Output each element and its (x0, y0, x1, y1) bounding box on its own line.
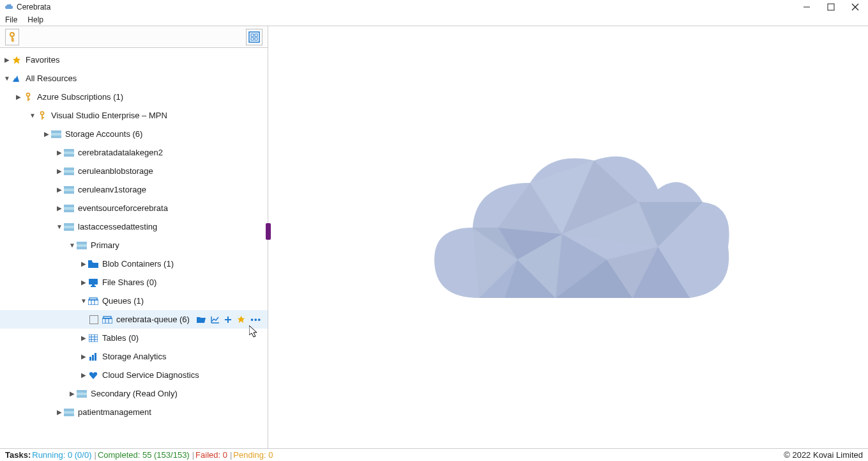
queue-icon (102, 315, 112, 325)
tree-label: ceruleanv1storage (78, 185, 146, 194)
svg-point-4 (10, 33, 14, 36)
resource-tree[interactable]: ▶ Favorites ▼ All Resources ▶ Azure Subs… (0, 48, 268, 448)
svg-rect-34 (64, 205, 74, 207)
svg-rect-36 (64, 210, 74, 212)
svg-rect-47 (88, 300, 98, 305)
svg-marker-13 (13, 56, 20, 64)
title-bar: Cerebrata (0, 0, 868, 14)
sidebar-toolbar (0, 26, 268, 48)
tree-node-cerebrata-queue[interactable]: cerebrata-queue (6) ••• (0, 310, 268, 329)
tree-label: cerebratadatalakegen2 (78, 148, 163, 157)
storage-icon (64, 185, 74, 195)
svg-rect-51 (102, 318, 112, 324)
chart-icon[interactable] (211, 316, 219, 324)
add-icon[interactable] (224, 316, 232, 324)
svg-rect-22 (51, 130, 61, 133)
favorite-icon[interactable] (237, 315, 245, 324)
storage-icon (64, 407, 74, 418)
tree-node-favorites[interactable]: ▶ Favorites (0, 51, 268, 69)
svg-rect-33 (64, 191, 74, 194)
tree-label: All Resources (26, 74, 77, 83)
tree-node-sa-cerulean-blob[interactable]: ▶ ceruleanblobstorage (0, 162, 268, 180)
svg-rect-29 (64, 170, 74, 173)
status-failed: Failed: 0 (195, 450, 227, 460)
svg-rect-27 (64, 154, 74, 157)
svg-rect-43 (88, 260, 92, 262)
tree-node-tables[interactable]: ▶ Tables (0) (0, 329, 268, 347)
storage-icon (64, 148, 74, 158)
minimize-button[interactable] (803, 3, 811, 11)
splitter-handle[interactable] (266, 223, 271, 240)
grid-icon (248, 31, 260, 43)
tree-label: Storage Analytics (102, 352, 166, 361)
tree-label: patientmanagement (78, 407, 151, 417)
tree-node-vs-enterprise[interactable]: ▼ Visual Studio Enterprise – MPN (0, 106, 268, 125)
tree-label: Tables (0) (102, 333, 139, 343)
tree-node-blob-containers[interactable]: ▶ Blob Containers (1) (0, 254, 268, 273)
status-tasks-label: Tasks (5, 450, 28, 460)
tree-label: Favorites (26, 55, 59, 65)
analytics-icon (88, 352, 98, 362)
svg-rect-37 (64, 223, 74, 226)
svg-rect-9 (251, 34, 254, 36)
svg-rect-11 (251, 38, 254, 40)
key-icon (9, 32, 15, 42)
svg-rect-25 (64, 149, 74, 152)
svg-rect-64 (92, 355, 94, 361)
tree-label: Azure Subscriptions (1) (37, 92, 123, 102)
tree-node-all-resources[interactable]: ▼ All Resources (0, 69, 268, 88)
svg-rect-38 (64, 226, 74, 228)
tree-node-storage-analytics[interactable]: ▶ Storage Analytics (0, 347, 268, 366)
storage-icon (77, 389, 87, 399)
azure-icon (11, 74, 22, 84)
tree-label: Storage Accounts (6) (65, 129, 142, 139)
maximize-button[interactable] (827, 3, 835, 11)
storage-icon (77, 240, 87, 251)
svg-rect-70 (64, 411, 74, 414)
monitor-icon (88, 277, 98, 288)
svg-rect-69 (64, 409, 74, 411)
tree-node-azure-subscriptions[interactable]: ▶ Azure Subscriptions (1) (0, 88, 268, 106)
svg-rect-71 (64, 414, 74, 416)
tree-label: Secondary (Read Only) (91, 389, 178, 398)
tree-node-sa-cerulean-v1[interactable]: ▶ ceruleanv1storage (0, 180, 268, 199)
svg-rect-10 (255, 34, 257, 36)
tree-label: eventsourceforcerebrata (78, 203, 168, 213)
checkbox[interactable] (89, 315, 98, 324)
tree-node-storage-accounts[interactable]: ▶ Storage Accounts (6) (0, 125, 268, 143)
svg-rect-40 (77, 242, 87, 244)
svg-rect-65 (95, 353, 96, 361)
menu-help[interactable]: Help (27, 15, 43, 24)
svg-rect-52 (103, 316, 111, 318)
status-pending: Pending: 0 (233, 450, 273, 460)
svg-rect-24 (51, 136, 61, 138)
more-icon[interactable]: ••• (250, 315, 261, 324)
status-copyright: © 2022 Kovai Limited (784, 450, 863, 460)
svg-rect-63 (89, 357, 91, 361)
svg-rect-44 (89, 279, 98, 285)
tree-node-primary[interactable]: ▼ Primary (0, 236, 268, 254)
svg-rect-67 (77, 393, 87, 395)
tree-node-sa-lastaccessed[interactable]: ▼ lastaccessedattesting (0, 217, 268, 236)
tree-label: File Shares (0) (102, 277, 156, 287)
queue-icon (88, 296, 98, 306)
view-grid-button[interactable] (246, 29, 263, 45)
tree-label: Visual Studio Enterprise – MPN (51, 111, 167, 120)
tree-node-sa-datalake[interactable]: ▶ cerebratadatalakegen2 (0, 143, 268, 162)
close-button[interactable] (851, 3, 859, 11)
svg-rect-28 (64, 168, 74, 170)
table-icon (88, 333, 98, 343)
svg-rect-35 (64, 207, 74, 210)
window-controls (803, 3, 864, 11)
svg-rect-66 (77, 390, 87, 393)
open-folder-icon[interactable] (197, 316, 206, 323)
tree-node-sa-eventsource[interactable]: ▶ eventsourceforcerebrata (0, 199, 268, 217)
tree-node-sa-patient[interactable]: ▶ patientmanagement (0, 403, 268, 421)
svg-rect-8 (249, 32, 259, 42)
tree-node-secondary[interactable]: ▶ Secondary (Read Only) (0, 384, 268, 403)
tree-node-file-shares[interactable]: ▶ File Shares (0) (0, 273, 268, 292)
tree-node-queues[interactable]: ▼ Queues (1) (0, 292, 268, 310)
menu-file[interactable]: File (5, 15, 17, 24)
add-connection-button[interactable] (5, 29, 19, 45)
tree-node-cloud-diagnostics[interactable]: ▶ Cloud Service Diagnostics (0, 366, 268, 384)
